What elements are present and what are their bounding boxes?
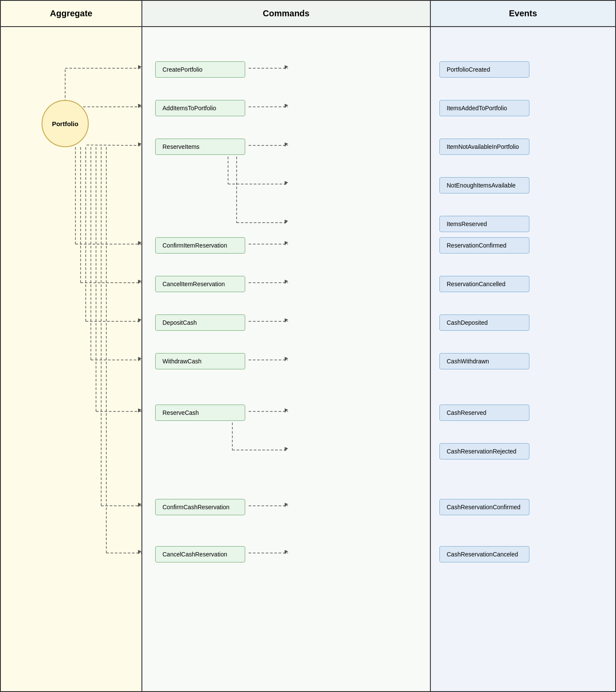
svg-marker-32: [285, 104, 288, 108]
cmd-reserve-cash: ReserveCash: [155, 405, 245, 421]
cmd-add-items-to-portfolio: AddItemsToPortfolio: [155, 100, 245, 116]
aggregate-header-label: Aggregate: [50, 9, 93, 18]
svg-marker-24: [138, 318, 141, 323]
svg-marker-20: [138, 104, 141, 108]
events-header-label: Events: [509, 9, 537, 18]
svg-marker-40: [285, 220, 288, 224]
evt-cash-reserved: CashReserved: [439, 405, 529, 421]
evt-portfolio-created: PortfolioCreated: [439, 61, 529, 78]
svg-line-4: [87, 145, 141, 145]
svg-marker-19: [138, 65, 141, 70]
svg-marker-28: [138, 550, 141, 554]
cmd-cancel-item-reservation: CancelItemReservation: [155, 276, 245, 292]
svg-marker-23: [138, 280, 141, 284]
evt-reservation-confirmed: ReservationConfirmed: [439, 237, 529, 254]
svg-marker-22: [138, 241, 141, 245]
evt-not-enough-items: NotEnoughItemsAvailable: [439, 177, 529, 193]
commands-header: Commands: [142, 1, 431, 26]
svg-marker-44: [285, 280, 288, 284]
evt-cash-withdrawn: CashWithdrawn: [439, 353, 529, 369]
aggregate-column: Portfolio: [1, 27, 142, 691]
cmd-create-portfolio: CreatePortfolio: [155, 61, 245, 78]
svg-marker-55: [285, 503, 288, 507]
evt-items-added-to-portfolio: ItemsAddedToPortfolio: [439, 100, 529, 116]
evt-cash-deposited: CashDeposited: [439, 314, 529, 331]
commands-column: CreatePortfolio AddItemsToPortfolio Rese…: [142, 27, 431, 691]
cmd-cancel-cash-reservation: CancelCashReservation: [155, 546, 245, 562]
aggregate-header: Aggregate: [1, 1, 142, 26]
svg-marker-25: [138, 357, 141, 361]
cmd-confirm-item-reservation: ConfirmItemReservation: [155, 237, 245, 254]
evt-items-reserved: ItemsReserved: [439, 216, 529, 232]
cmd-deposit-cash: DepositCash: [155, 314, 245, 331]
commands-header-label: Commands: [263, 9, 310, 18]
svg-marker-26: [138, 408, 141, 413]
svg-marker-50: [285, 408, 288, 413]
diagram-container: Aggregate Commands Events Portfolio: [0, 0, 616, 692]
events-header: Events: [431, 1, 615, 26]
cmd-reserve-items: ReserveItems: [155, 139, 245, 155]
svg-marker-21: [138, 142, 141, 147]
evt-cash-reservation-canceled: CashReservationCanceled: [439, 546, 529, 562]
evt-reservation-cancelled: ReservationCancelled: [439, 276, 529, 292]
events-column: PortfolioCreated ItemsAddedToPortfolio I…: [431, 27, 615, 691]
svg-marker-57: [285, 550, 288, 554]
evt-cash-reservation-rejected: CashReservationRejected: [439, 443, 529, 459]
evt-cash-reservation-confirmed: CashReservationConfirmed: [439, 499, 529, 515]
portfolio-aggregate: Portfolio: [42, 100, 89, 147]
body-row: Portfolio: [1, 27, 615, 691]
svg-marker-48: [285, 357, 288, 361]
cmd-withdraw-cash: WithdrawCash: [155, 353, 245, 369]
svg-marker-34: [285, 142, 288, 147]
evt-item-not-available: ItemNotAvailableInPortfolio: [439, 139, 529, 155]
cmd-confirm-cash-reservation: ConfirmCashReservation: [155, 499, 245, 515]
svg-marker-53: [285, 447, 288, 451]
svg-marker-46: [285, 318, 288, 323]
portfolio-label: Portfolio: [52, 120, 78, 127]
svg-marker-37: [285, 181, 288, 185]
header-row: Aggregate Commands Events: [1, 1, 615, 27]
svg-marker-42: [285, 241, 288, 245]
svg-marker-30: [285, 65, 288, 70]
svg-marker-27: [138, 503, 141, 507]
